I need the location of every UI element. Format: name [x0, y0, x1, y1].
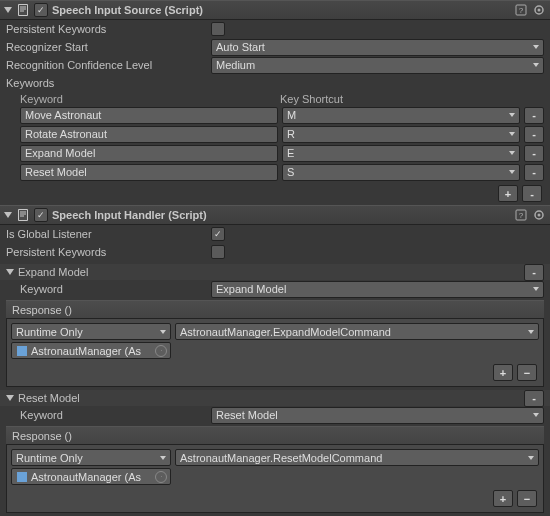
gear-icon[interactable]: [532, 208, 546, 222]
keywords-list: Move Astronaut M - Rotate Astronaut R - …: [0, 106, 550, 181]
keyword-field[interactable]: Expand Model: [20, 145, 278, 162]
section-title: Expand Model: [18, 266, 88, 278]
shortcut-dropdown[interactable]: S: [282, 164, 520, 181]
svg-point-5: [538, 9, 541, 12]
label: Persistent Keywords: [6, 246, 211, 258]
svg-rect-12: [17, 346, 27, 356]
keyword-dropdown[interactable]: Expand Model: [211, 281, 544, 298]
svg-rect-13: [17, 472, 27, 482]
component-title: Speech Input Source (Script): [52, 4, 510, 16]
row-persistent-keywords: Persistent Keywords: [0, 243, 550, 261]
remove-button[interactable]: -: [524, 164, 544, 181]
target-object-field[interactable]: AstronautManager (As: [11, 468, 171, 485]
col-shortcut: Key Shortcut: [280, 93, 343, 105]
section-title: Reset Model: [18, 392, 80, 404]
remove-button[interactable]: -: [524, 145, 544, 162]
label: Keyword: [6, 409, 211, 421]
script-icon: [16, 208, 30, 222]
script-icon: [16, 3, 30, 17]
shortcut-dropdown[interactable]: R: [282, 126, 520, 143]
label: Persistent Keywords: [6, 23, 211, 35]
response-body: Runtime Only AstronautManager.ResetModel…: [6, 445, 544, 513]
keyword-field[interactable]: Rotate Astronaut: [20, 126, 278, 143]
keyword-dropdown[interactable]: Reset Model: [211, 407, 544, 424]
callstate-dropdown[interactable]: Runtime Only: [11, 323, 171, 340]
svg-point-11: [538, 214, 541, 217]
response-footer: + −: [11, 487, 539, 508]
shortcut-dropdown[interactable]: M: [282, 107, 520, 124]
keyword-field[interactable]: Reset Model: [20, 164, 278, 181]
section-header[interactable]: Reset Model -: [0, 390, 550, 406]
row-keyword: Keyword Expand Model: [0, 280, 550, 298]
remove-button[interactable]: −: [517, 364, 537, 381]
method-dropdown[interactable]: AstronautManager.ResetModelCommand: [175, 449, 539, 466]
response-header: Response (): [6, 300, 544, 319]
label: Is Global Listener: [6, 228, 211, 240]
section-header[interactable]: Expand Model -: [0, 264, 550, 280]
remove-button[interactable]: -: [524, 107, 544, 124]
target-object-field[interactable]: AstronautManager (As: [11, 342, 171, 359]
handler-section: Expand Model - Keyword Expand Model Resp…: [0, 264, 550, 387]
label: Keyword: [6, 283, 211, 295]
recognizer-start-dropdown[interactable]: Auto Start: [211, 39, 544, 56]
row-keywords-label: Keywords: [0, 74, 550, 92]
help-icon[interactable]: ?: [514, 3, 528, 17]
event-row: AstronautManager (As: [11, 468, 539, 485]
component-title: Speech Input Handler (Script): [52, 209, 510, 221]
method-dropdown[interactable]: AstronautManager.ExpandModelCommand: [175, 323, 539, 340]
component-header-handler[interactable]: Speech Input Handler (Script) ?: [0, 205, 550, 225]
remove-button[interactable]: -: [524, 126, 544, 143]
persistent-keywords-checkbox[interactable]: [211, 22, 225, 36]
foldout-icon[interactable]: [4, 7, 12, 13]
help-icon[interactable]: ?: [514, 208, 528, 222]
gameobject-icon: [16, 471, 28, 483]
row-recognizer-start: Recognizer Start Auto Start: [0, 38, 550, 56]
keywords-list-header: Keyword Key Shortcut: [0, 92, 550, 106]
global-listener-checkbox[interactable]: [211, 227, 225, 241]
component-header-source[interactable]: Speech Input Source (Script) ?: [0, 0, 550, 20]
response-footer: + −: [11, 361, 539, 382]
event-row: Runtime Only AstronautManager.ExpandMode…: [11, 323, 539, 340]
add-button[interactable]: +: [493, 490, 513, 507]
foldout-icon[interactable]: [4, 212, 12, 218]
persistent-keywords-checkbox[interactable]: [211, 245, 225, 259]
event-row: AstronautManager (As: [11, 342, 539, 359]
row-keyword: Keyword Reset Model: [0, 406, 550, 424]
keyword-row: Expand Model E -: [6, 144, 544, 162]
remove-button[interactable]: -: [524, 390, 544, 407]
keywords-footer: + -: [0, 182, 550, 205]
foldout-icon: [6, 269, 14, 275]
row-confidence: Recognition Confidence Level Medium: [0, 56, 550, 74]
gear-icon[interactable]: [532, 3, 546, 17]
keyword-row: Rotate Astronaut R -: [6, 125, 544, 143]
confidence-dropdown[interactable]: Medium: [211, 57, 544, 74]
label: Recognition Confidence Level: [6, 59, 211, 71]
svg-text:?: ?: [519, 211, 524, 220]
handler-section: Reset Model - Keyword Reset Model Respon…: [0, 390, 550, 513]
keyword-row: Move Astronaut M -: [6, 106, 544, 124]
label: Keywords: [6, 77, 211, 89]
keyword-row: Reset Model S -: [6, 163, 544, 181]
shortcut-dropdown[interactable]: E: [282, 145, 520, 162]
keyword-field[interactable]: Move Astronaut: [20, 107, 278, 124]
event-row: Runtime Only AstronautManager.ResetModel…: [11, 449, 539, 466]
component-enable-checkbox[interactable]: [34, 208, 48, 222]
col-keyword: Keyword: [20, 93, 280, 105]
response-header: Response (): [6, 426, 544, 445]
remove-button[interactable]: −: [517, 490, 537, 507]
add-button[interactable]: +: [493, 364, 513, 381]
row-global-listener: Is Global Listener: [0, 225, 550, 243]
callstate-dropdown[interactable]: Runtime Only: [11, 449, 171, 466]
remove-button[interactable]: -: [524, 264, 544, 281]
label: Recognizer Start: [6, 41, 211, 53]
row-persistent-keywords: Persistent Keywords: [0, 20, 550, 38]
response-body: Runtime Only AstronautManager.ExpandMode…: [6, 319, 544, 387]
svg-text:?: ?: [519, 6, 524, 15]
remove-button[interactable]: -: [522, 185, 542, 202]
gameobject-icon: [16, 345, 28, 357]
add-button[interactable]: +: [498, 185, 518, 202]
foldout-icon: [6, 395, 14, 401]
component-enable-checkbox[interactable]: [34, 3, 48, 17]
